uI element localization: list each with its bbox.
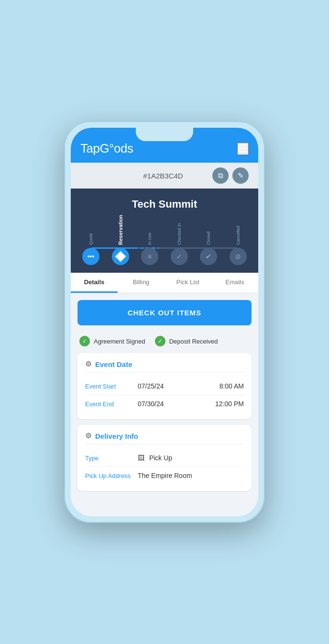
step-reservation-circle <box>112 248 129 265</box>
step-cancelled-label: Cancelled <box>236 220 241 245</box>
pickup-address-value: The Empire Room <box>138 472 192 479</box>
delivery-info-card: ⚙ Delivery Info Type 🖼 Pick Up Pick Up A… <box>77 425 252 491</box>
event-end-time: 12:00 PM <box>215 400 244 408</box>
step-closed-label: Closed <box>206 220 211 245</box>
phone-screen: TapG°ods ☰ #1A2B3C4D ⧉ ✎ Tech Summit <box>71 128 258 516</box>
delivery-type-row: Type 🖼 Pick Up <box>85 449 244 467</box>
event-start-label: Event Start <box>85 383 138 390</box>
tabs-bar: Details Billing Pick List Emails <box>71 273 258 293</box>
step-quote[interactable]: Quote ••• <box>82 220 99 265</box>
pickup-icon: 🖼 <box>138 454 144 462</box>
event-title: Tech Summit <box>80 198 249 211</box>
agreement-status: ✓ Agreement Signed <box>79 336 145 346</box>
edit-icon: ✎ <box>238 171 244 180</box>
step-checkedin-label: Checked In <box>177 220 182 245</box>
phone-shell: TapG°ods ☰ #1A2B3C4D ⧉ ✎ Tech Summit <box>64 121 265 523</box>
event-end-label: Event End <box>85 400 138 408</box>
agreement-label: Agreement Signed <box>94 338 145 345</box>
step-inuse[interactable]: In Use ≡ <box>141 220 158 265</box>
status-row: ✓ Agreement Signed ✓ Deposit Received <box>77 332 252 353</box>
diamond-icon <box>115 251 126 262</box>
tab-picklist[interactable]: Pick List <box>164 273 211 293</box>
status-stepper: Quote ••• Reservation In Use ≡ <box>80 220 249 265</box>
dots-icon: ••• <box>88 253 95 260</box>
delivery-type-value: 🖼 Pick Up <box>138 454 172 462</box>
deposit-check-icon: ✓ <box>155 336 165 346</box>
step-quote-circle: ••• <box>82 248 99 265</box>
id-bar: #1A2B3C4D ⧉ ✎ <box>71 163 258 189</box>
cancel-icon: ⊘ <box>235 253 241 260</box>
deposit-label: Deposit Received <box>169 338 218 345</box>
phone-notch <box>136 128 193 141</box>
step-reservation-label: Reservation <box>118 220 123 245</box>
copy-button[interactable]: ⧉ <box>212 167 229 184</box>
event-date-title: ⚙ Event Date <box>85 360 244 373</box>
step-checkedin-circle: ✓ <box>171 248 188 265</box>
step-cancelled[interactable]: Cancelled ⊘ <box>230 220 247 265</box>
pickup-address-row: Pick Up Address The Empire Room <box>85 467 244 484</box>
delivery-type-label: Type <box>85 455 138 462</box>
delivery-info-title: ⚙ Delivery Info <box>85 432 244 444</box>
step-quote-label: Quote <box>88 220 93 245</box>
event-start-row: Event Start 07/25/24 8:00 AM <box>85 378 244 395</box>
event-start-time: 8:00 AM <box>219 382 244 390</box>
checkmark-icon: ✔ <box>206 253 211 260</box>
event-end-row: Event End 07/30/24 12:00 PM <box>85 395 244 412</box>
event-date-card: ⚙ Event Date Event Start 07/25/24 8:00 A… <box>77 353 252 419</box>
step-cancelled-circle: ⊘ <box>230 248 247 265</box>
edit-button[interactable]: ✎ <box>232 167 249 184</box>
step-closed[interactable]: Closed ✔ <box>200 220 217 265</box>
main-content: CHECK OUT ITEMS ✓ Agreement Signed ✓ Dep… <box>71 293 258 516</box>
step-inuse-label: In Use <box>147 220 152 245</box>
app-logo: TapG°ods <box>80 141 133 156</box>
reservation-id: #1A2B3C4D <box>114 172 212 180</box>
list-icon: ≡ <box>148 253 152 260</box>
tab-details[interactable]: Details <box>71 273 118 293</box>
step-closed-circle: ✔ <box>200 248 217 265</box>
tab-emails[interactable]: Emails <box>211 273 258 293</box>
pickup-address-label: Pick Up Address <box>85 472 138 479</box>
event-banner: Tech Summit Quote ••• Reservation <box>71 189 258 273</box>
event-end-date: 07/30/24 <box>138 400 164 408</box>
copy-icon: ⧉ <box>218 171 223 180</box>
step-inuse-circle: ≡ <box>141 248 158 265</box>
checkout-button[interactable]: CHECK OUT ITEMS <box>77 300 252 325</box>
hamburger-button[interactable]: ☰ <box>237 143 249 155</box>
delivery-gear-icon: ⚙ <box>85 432 91 440</box>
step-reservation[interactable]: Reservation <box>112 220 129 265</box>
check-icon: ✓ <box>176 253 182 260</box>
gear-icon: ⚙ <box>85 360 91 368</box>
event-start-date: 07/25/24 <box>138 382 164 390</box>
id-actions: ⧉ ✎ <box>212 167 249 184</box>
deposit-status: ✓ Deposit Received <box>155 336 218 346</box>
tab-billing[interactable]: Billing <box>118 273 164 293</box>
step-checkedin[interactable]: Checked In ✓ <box>171 220 188 265</box>
agreement-check-icon: ✓ <box>79 336 90 346</box>
